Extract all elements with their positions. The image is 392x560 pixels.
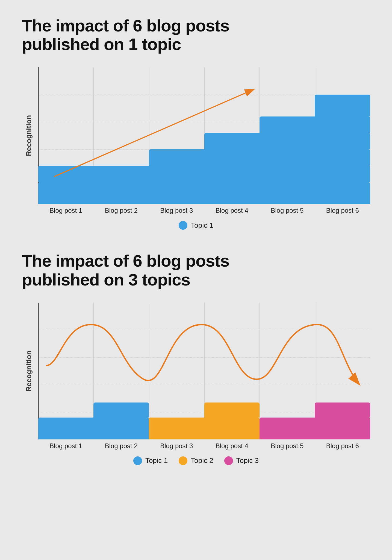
chart2-bar-pink-bottom [260, 418, 370, 439]
chart2-legend-label-3: Topic 3 [236, 456, 259, 465]
chart1-x-labels: Blog post 1 Blog post 2 Blog post 3 Blog… [38, 207, 370, 214]
chart1-bar-row6 [315, 95, 370, 116]
chart1-x-label-5: Blog post 5 [260, 207, 315, 214]
chart2-bar-blue-bottom [38, 418, 149, 439]
chart2-x-label-3: Blog post 3 [149, 442, 204, 450]
chart1-bar-row5 [260, 116, 370, 133]
chart2-bars [38, 303, 370, 439]
chart2-bar-blue-top [93, 402, 149, 418]
chart1-legend: Topic 1 [22, 221, 370, 230]
chart1-bar-row1 [38, 182, 370, 204]
chart2-x-labels: Blog post 1 Blog post 2 Blog post 3 Blog… [38, 442, 370, 450]
chart1-legend-item-1: Topic 1 [179, 221, 213, 230]
chart2-bar-orange-top [204, 402, 260, 418]
chart1-legend-dot-1 [179, 221, 187, 230]
chart1-bars [38, 67, 370, 204]
chart1-title: The impact of 6 blog posts published on … [22, 16, 370, 54]
chart2-bar-orange-bottom [149, 418, 260, 439]
chart2-y-label: Recognition [25, 351, 33, 392]
chart2-legend-item-1: Topic 1 [133, 456, 168, 465]
chart1-bar-row3 [149, 149, 370, 166]
chart1-x-label-2: Blog post 2 [94, 207, 149, 214]
chart1-bar-row4 [204, 133, 370, 149]
chart1-y-label: Recognition [25, 115, 33, 156]
chart1-x-label-3: Blog post 3 [149, 207, 204, 214]
chart1-section: The impact of 6 blog posts published on … [22, 16, 370, 230]
chart2-legend-label-1: Topic 1 [145, 456, 168, 465]
chart2-container: Recognition [22, 303, 370, 465]
chart1-bar-row2 [38, 166, 370, 182]
chart2-x-label-6: Blog post 6 [315, 442, 370, 450]
chart1-x-label-4: Blog post 4 [204, 207, 260, 214]
chart2-x-label-4: Blog post 4 [204, 442, 260, 450]
chart2-legend-dot-1 [133, 456, 142, 465]
chart1-container: Recognition [22, 67, 370, 230]
chart2-legend-label-2: Topic 2 [191, 456, 213, 465]
chart2-legend-item-2: Topic 2 [179, 456, 213, 465]
chart2-x-label-5: Blog post 5 [260, 442, 315, 450]
chart2-legend-dot-2 [179, 456, 187, 465]
chart1-legend-label-1: Topic 1 [191, 221, 213, 230]
chart2-legend: Topic 1 Topic 2 Topic 3 [22, 456, 370, 465]
chart2-x-label-1: Blog post 1 [38, 442, 94, 450]
chart2-section: The impact of 6 blog posts published on … [22, 252, 370, 465]
chart2-title: The impact of 6 blog posts published on … [22, 252, 370, 289]
chart2-legend-item-3: Topic 3 [224, 456, 259, 465]
chart1-x-label-6: Blog post 6 [315, 207, 370, 214]
chart2-bar-pink-top [315, 402, 370, 418]
chart2-x-label-2: Blog post 2 [94, 442, 149, 450]
chart2-legend-dot-3 [224, 456, 233, 465]
chart1-x-label-1: Blog post 1 [38, 207, 94, 214]
